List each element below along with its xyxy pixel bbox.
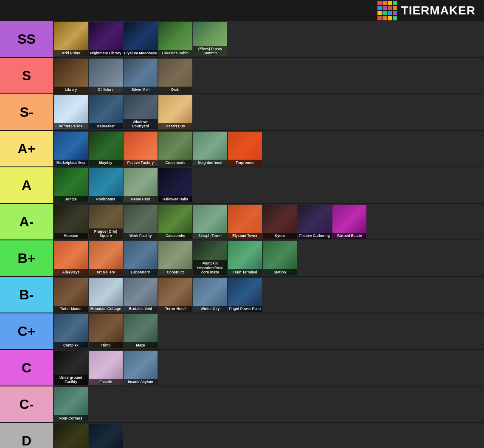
- tier-item[interactable]: Festive Factory: [124, 132, 158, 166]
- tier-item[interactable]: Mayday: [89, 132, 123, 166]
- tier-item[interactable]: Train Terminal: [228, 241, 262, 275]
- tier-item[interactable]: Trimp: [89, 314, 123, 348]
- tier-item[interactable]: Windows Courtyard: [124, 95, 158, 129]
- tier-item-label: Winter City: [193, 306, 227, 312]
- tier-item[interactable]: Art Gallery: [89, 241, 123, 275]
- tier-label-d: D: [0, 423, 53, 448]
- tier-item[interactable]: Mountain Cottage: [89, 278, 123, 312]
- tier-item[interactable]: Alleyways: [54, 241, 88, 275]
- tier-item-label: Construct: [158, 269, 192, 275]
- tier-item-bg: Four Corners: [54, 387, 88, 421]
- tier-item-bg: Mayday: [89, 132, 123, 166]
- tier-item[interactable]: Hallowed Rails: [158, 168, 192, 202]
- tier-item[interactable]: Work Facility: [124, 205, 158, 239]
- tier-item[interactable]: Kyoto: [263, 205, 297, 239]
- tier-label-a: A: [0, 167, 53, 203]
- tier-item[interactable]: Warped Estate: [332, 205, 366, 239]
- tier-item-label: Four Corners: [54, 415, 88, 421]
- tier-item-label: Silver Mall: [124, 87, 158, 93]
- tier-item[interactable]: Desert Bus: [158, 95, 192, 129]
- tier-item[interactable]: Drab: [158, 59, 192, 93]
- tier-item-label: Winter Palace: [54, 123, 88, 129]
- tier-content-bplus: AlleywaysArt GalleryLaboratoryConstructP…: [53, 240, 484, 276]
- tier-item-label: (Elves) Frosty Summit: [193, 46, 227, 56]
- tier-item[interactable]: Poolrooms: [89, 168, 123, 202]
- tier-item[interactable]: Pumpkin Emporium/PNG corn maze: [193, 241, 227, 275]
- tier-item-bg: Jungle: [54, 168, 88, 202]
- tier-item[interactable]: Winter City: [193, 278, 227, 312]
- tier-row-bminus: B-Tudor ManorMountain CottageBrutalist V…: [0, 277, 484, 313]
- tier-item[interactable]: Maze: [124, 314, 158, 348]
- tier-item[interactable]: Festive Gathering: [298, 205, 332, 239]
- tier-item-bg: Seraph Tower: [193, 205, 227, 239]
- tier-item-label: Nemo Rest: [124, 196, 158, 202]
- tier-item[interactable]: Mansion: [54, 205, 88, 239]
- tier-item-label: Warped Estate: [332, 233, 366, 239]
- tier-item[interactable]: Station: [263, 241, 297, 275]
- tier-item[interactable]: Marketplace Ikea: [54, 132, 88, 166]
- tier-row-cplus: C+ComplexTrimpMaze: [0, 313, 484, 350]
- tiermaker-logo: TiERMAKER: [377, 1, 476, 20]
- tier-item[interactable]: Frigid Power Plant: [228, 278, 262, 312]
- tier-item[interactable]: Nightmare Library: [89, 22, 123, 56]
- tier-content-a: JunglePoolroomsNemo RestHallowed Rails: [53, 167, 484, 203]
- tier-item-bg: Neighborhood: [193, 132, 227, 166]
- tier-item[interactable]: Lakeside Cabin: [158, 22, 192, 56]
- tier-item[interactable]: Elysium Tower: [228, 205, 262, 239]
- tier-item-bg: Alleyways: [54, 241, 88, 275]
- tier-item[interactable]: (Elves) Frosty Summit: [193, 22, 227, 56]
- tier-item-label: Elysium Tower: [228, 233, 262, 239]
- tier-item[interactable]: Laboratory: [124, 241, 158, 275]
- tier-label-s: S: [0, 58, 53, 93]
- tier-item[interactable]: Four Corners: [54, 387, 88, 421]
- tier-item-label: Arid Ruins: [54, 50, 88, 56]
- tier-item-label: Station: [263, 269, 297, 275]
- tier-item[interactable]: Crossroads: [158, 132, 192, 166]
- tier-row-s: SLibraryCliffshireSilver MallDrab: [0, 58, 484, 94]
- tier-item[interactable]: Jungle: [54, 168, 88, 202]
- tier-list: SSArid RuinsNightmare LibraryElysium Moo…: [0, 21, 484, 448]
- tier-item[interactable]: Construct: [158, 241, 192, 275]
- tier-item[interactable]: Icebreaker: [89, 95, 123, 129]
- tier-item[interactable]: Backrooms: [54, 424, 88, 448]
- tier-item[interactable]: Underground Facility: [54, 351, 88, 385]
- tier-item-bg: Mansion: [54, 205, 88, 239]
- tier-item[interactable]: Brutalist Void: [124, 278, 158, 312]
- tier-row-aminus: A-MansionPrague (Orlo) SquareWork Facili…: [0, 204, 484, 240]
- tier-item[interactable]: Tudor Manor: [54, 278, 88, 312]
- tier-item[interactable]: Seraph Tower: [193, 205, 227, 239]
- tier-row-ss: SSArid RuinsNightmare LibraryElysium Moo…: [0, 21, 484, 58]
- tier-item[interactable]: Death Maze: [89, 424, 123, 448]
- tier-item[interactable]: Elysium Moonbase: [124, 22, 158, 56]
- tier-label-sminus: S-: [0, 94, 53, 130]
- tier-item[interactable]: Winter Palace: [54, 95, 88, 129]
- tier-item-label: Crossroads: [158, 160, 192, 166]
- tier-item-bg: Poolrooms: [89, 168, 123, 202]
- tier-item[interactable]: Traprooms: [228, 132, 262, 166]
- tier-item-label: Neighborhood: [193, 160, 227, 166]
- tier-item-label: Catacombs: [158, 233, 192, 239]
- tier-content-c: Underground FacilityFacadeInsane Asylum: [53, 350, 484, 386]
- tier-label-cminus: C-: [0, 386, 53, 422]
- tier-item[interactable]: Prague (Orlo) Square: [89, 205, 123, 239]
- tier-item[interactable]: Complex: [54, 314, 88, 348]
- tier-item[interactable]: Cliffshire: [89, 59, 123, 93]
- tier-item[interactable]: Library: [54, 59, 88, 93]
- tier-content-cminus: Four Corners: [53, 386, 484, 422]
- tier-item[interactable]: Terror Hotel: [158, 278, 192, 312]
- tier-item-bg: Library: [54, 59, 88, 93]
- tier-item[interactable]: Arid Ruins: [54, 22, 88, 56]
- tier-item-bg: Lakeside Cabin: [158, 22, 192, 56]
- tier-item-bg: Elysium Tower: [228, 205, 262, 239]
- tier-item-label: Festive Factory: [124, 160, 158, 166]
- tier-item-bg: Nemo Rest: [124, 168, 158, 202]
- tier-item-bg: Windows Courtyard: [124, 95, 158, 129]
- logo-grid: [377, 1, 397, 20]
- tier-item[interactable]: Insane Asylum: [124, 351, 158, 385]
- tier-item[interactable]: Facade: [89, 351, 123, 385]
- tier-item[interactable]: Catacombs: [158, 205, 192, 239]
- tier-item[interactable]: Silver Mall: [124, 59, 158, 93]
- tier-item[interactable]: Nemo Rest: [124, 168, 158, 202]
- tier-content-d: BackroomsDeath Maze: [53, 423, 484, 448]
- tier-item[interactable]: Neighborhood: [193, 132, 227, 166]
